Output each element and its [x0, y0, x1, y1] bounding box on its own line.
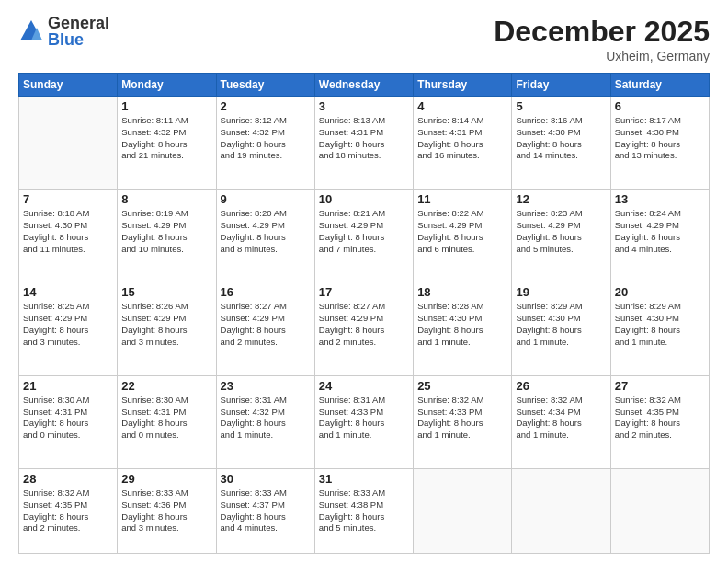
day-info: Sunrise: 8:28 AM Sunset: 4:30 PM Dayligh… — [417, 301, 507, 348]
day-info: Sunrise: 8:27 AM Sunset: 4:29 PM Dayligh… — [221, 301, 311, 348]
day-number: 16 — [221, 285, 311, 299]
day-cell: 30Sunrise: 8:33 AM Sunset: 4:37 PM Dayli… — [216, 468, 314, 553]
day-number: 21 — [23, 379, 113, 393]
day-info: Sunrise: 8:31 AM Sunset: 4:32 PM Dayligh… — [221, 395, 311, 442]
day-info: Sunrise: 8:33 AM Sunset: 4:38 PM Dayligh… — [319, 488, 409, 534]
weekday-monday: Monday — [118, 74, 216, 97]
day-number: 27 — [615, 379, 705, 393]
day-cell: 29Sunrise: 8:33 AM Sunset: 4:36 PM Dayli… — [118, 468, 216, 553]
day-info: Sunrise: 8:22 AM Sunset: 4:29 PM Dayligh… — [417, 208, 507, 255]
day-cell: 6Sunrise: 8:17 AM Sunset: 4:30 PM Daylig… — [610, 97, 709, 190]
day-cell: 15Sunrise: 8:26 AM Sunset: 4:29 PM Dayli… — [118, 282, 216, 375]
logo: General Blue — [18, 15, 109, 48]
day-number: 3 — [319, 99, 409, 113]
day-info: Sunrise: 8:27 AM Sunset: 4:29 PM Dayligh… — [319, 301, 409, 348]
day-info: Sunrise: 8:30 AM Sunset: 4:31 PM Dayligh… — [23, 395, 113, 442]
day-number: 23 — [221, 379, 311, 393]
day-info: Sunrise: 8:31 AM Sunset: 4:33 PM Dayligh… — [319, 395, 409, 442]
logo-text: General Blue — [48, 15, 109, 48]
day-info: Sunrise: 8:29 AM Sunset: 4:30 PM Dayligh… — [516, 301, 606, 348]
day-cell: 2Sunrise: 8:12 AM Sunset: 4:32 PM Daylig… — [216, 97, 314, 190]
week-row-4: 21Sunrise: 8:30 AM Sunset: 4:31 PM Dayli… — [19, 375, 710, 468]
day-number: 2 — [221, 99, 311, 113]
day-number: 28 — [23, 472, 113, 486]
week-row-5: 28Sunrise: 8:32 AM Sunset: 4:35 PM Dayli… — [19, 468, 710, 553]
day-number: 1 — [121, 99, 211, 113]
day-cell — [512, 468, 610, 553]
day-info: Sunrise: 8:33 AM Sunset: 4:36 PM Dayligh… — [121, 488, 211, 534]
day-cell: 9Sunrise: 8:20 AM Sunset: 4:29 PM Daylig… — [216, 190, 314, 282]
day-info: Sunrise: 8:21 AM Sunset: 4:29 PM Dayligh… — [319, 208, 409, 255]
day-number: 13 — [615, 192, 705, 206]
weekday-header-row: SundayMondayTuesdayWednesdayThursdayFrid… — [19, 74, 710, 97]
weekday-thursday: Thursday — [414, 74, 512, 97]
day-number: 20 — [615, 285, 705, 299]
day-info: Sunrise: 8:29 AM Sunset: 4:30 PM Dayligh… — [615, 301, 705, 348]
day-cell: 3Sunrise: 8:13 AM Sunset: 4:31 PM Daylig… — [314, 97, 413, 190]
day-number: 10 — [319, 192, 409, 206]
day-number: 18 — [417, 285, 507, 299]
day-info: Sunrise: 8:16 AM Sunset: 4:30 PM Dayligh… — [516, 115, 606, 162]
day-number: 4 — [417, 99, 507, 113]
day-number: 17 — [319, 285, 409, 299]
day-cell: 31Sunrise: 8:33 AM Sunset: 4:38 PM Dayli… — [314, 468, 413, 553]
day-info: Sunrise: 8:32 AM Sunset: 4:33 PM Dayligh… — [417, 395, 507, 442]
day-number: 8 — [121, 192, 211, 206]
header: General Blue December 2025 Uxheim, Germa… — [18, 15, 710, 63]
day-cell: 14Sunrise: 8:25 AM Sunset: 4:29 PM Dayli… — [19, 282, 118, 375]
day-info: Sunrise: 8:24 AM Sunset: 4:29 PM Dayligh… — [615, 208, 705, 255]
day-cell: 24Sunrise: 8:31 AM Sunset: 4:33 PM Dayli… — [314, 375, 413, 468]
day-info: Sunrise: 8:13 AM Sunset: 4:31 PM Dayligh… — [319, 115, 409, 162]
logo-blue: Blue — [48, 31, 109, 48]
day-number: 26 — [516, 379, 606, 393]
day-number: 12 — [516, 192, 606, 206]
day-number: 14 — [23, 285, 113, 299]
day-number: 15 — [121, 285, 211, 299]
day-cell: 18Sunrise: 8:28 AM Sunset: 4:30 PM Dayli… — [414, 282, 512, 375]
day-info: Sunrise: 8:11 AM Sunset: 4:32 PM Dayligh… — [121, 115, 211, 162]
weekday-wednesday: Wednesday — [314, 74, 413, 97]
day-cell: 21Sunrise: 8:30 AM Sunset: 4:31 PM Dayli… — [19, 375, 118, 468]
day-number: 11 — [417, 192, 507, 206]
day-cell: 19Sunrise: 8:29 AM Sunset: 4:30 PM Dayli… — [512, 282, 610, 375]
day-cell: 26Sunrise: 8:32 AM Sunset: 4:34 PM Dayli… — [512, 375, 610, 468]
weekday-tuesday: Tuesday — [216, 74, 314, 97]
day-number: 29 — [121, 472, 211, 486]
day-info: Sunrise: 8:23 AM Sunset: 4:29 PM Dayligh… — [516, 208, 606, 255]
week-row-3: 14Sunrise: 8:25 AM Sunset: 4:29 PM Dayli… — [19, 282, 710, 375]
logo-general: General — [48, 15, 109, 31]
page: General Blue December 2025 Uxheim, Germa… — [0, 0, 728, 563]
weekday-saturday: Saturday — [610, 74, 709, 97]
day-info: Sunrise: 8:17 AM Sunset: 4:30 PM Dayligh… — [615, 115, 705, 162]
logo-icon — [18, 18, 44, 44]
day-cell: 16Sunrise: 8:27 AM Sunset: 4:29 PM Dayli… — [216, 282, 314, 375]
day-cell: 4Sunrise: 8:14 AM Sunset: 4:31 PM Daylig… — [414, 97, 512, 190]
day-cell — [414, 468, 512, 553]
day-cell: 1Sunrise: 8:11 AM Sunset: 4:32 PM Daylig… — [118, 97, 216, 190]
day-number: 9 — [221, 192, 311, 206]
day-info: Sunrise: 8:32 AM Sunset: 4:34 PM Dayligh… — [516, 395, 606, 442]
day-cell: 22Sunrise: 8:30 AM Sunset: 4:31 PM Dayli… — [118, 375, 216, 468]
day-cell: 25Sunrise: 8:32 AM Sunset: 4:33 PM Dayli… — [414, 375, 512, 468]
day-info: Sunrise: 8:12 AM Sunset: 4:32 PM Dayligh… — [221, 115, 311, 162]
day-cell: 27Sunrise: 8:32 AM Sunset: 4:35 PM Dayli… — [610, 375, 709, 468]
day-number: 5 — [516, 99, 606, 113]
week-row-2: 7Sunrise: 8:18 AM Sunset: 4:30 PM Daylig… — [19, 190, 710, 282]
day-cell: 13Sunrise: 8:24 AM Sunset: 4:29 PM Dayli… — [610, 190, 709, 282]
day-number: 31 — [319, 472, 409, 486]
day-cell: 12Sunrise: 8:23 AM Sunset: 4:29 PM Dayli… — [512, 190, 610, 282]
day-cell: 8Sunrise: 8:19 AM Sunset: 4:29 PM Daylig… — [118, 190, 216, 282]
day-cell: 10Sunrise: 8:21 AM Sunset: 4:29 PM Dayli… — [314, 190, 413, 282]
day-info: Sunrise: 8:19 AM Sunset: 4:29 PM Dayligh… — [121, 208, 211, 255]
day-number: 22 — [121, 379, 211, 393]
day-number: 6 — [615, 99, 705, 113]
day-info: Sunrise: 8:20 AM Sunset: 4:29 PM Dayligh… — [221, 208, 311, 255]
day-info: Sunrise: 8:32 AM Sunset: 4:35 PM Dayligh… — [615, 395, 705, 442]
day-cell — [610, 468, 709, 553]
day-cell: 23Sunrise: 8:31 AM Sunset: 4:32 PM Dayli… — [216, 375, 314, 468]
day-number: 24 — [319, 379, 409, 393]
day-cell: 20Sunrise: 8:29 AM Sunset: 4:30 PM Dayli… — [610, 282, 709, 375]
day-info: Sunrise: 8:32 AM Sunset: 4:35 PM Dayligh… — [23, 488, 113, 534]
day-cell: 17Sunrise: 8:27 AM Sunset: 4:29 PM Dayli… — [314, 282, 413, 375]
title-block: December 2025 Uxheim, Germany — [494, 15, 710, 63]
